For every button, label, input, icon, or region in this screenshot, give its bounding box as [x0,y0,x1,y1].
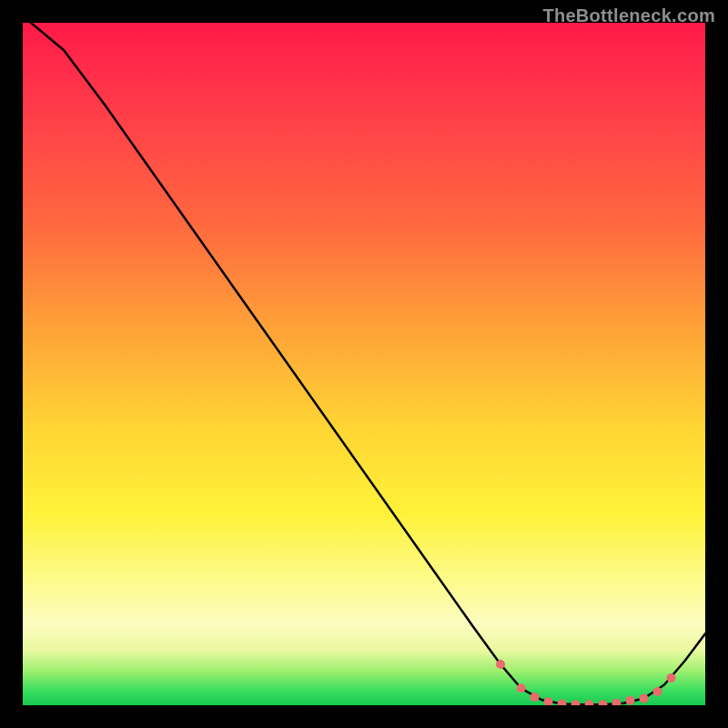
curve-marker [571,700,581,705]
curve-marker [667,673,676,682]
curve-marker [585,700,594,705]
curve-marker [558,700,567,706]
chart-frame: TheBottleneck.com [0,0,728,728]
curve-marker [531,693,540,702]
curve-marker [612,699,622,705]
curve-marker [640,694,649,703]
curve-marker [653,687,662,696]
bottleneck-curve [23,23,705,704]
curve-marker [517,683,526,693]
curve-svg [23,23,705,705]
curve-marker [544,697,553,705]
curve-markers [496,660,676,705]
watermark-text: TheBottleneck.com [542,5,715,26]
curve-marker [599,700,608,705]
plot-area [23,23,705,705]
curve-marker [626,696,635,705]
curve-marker [496,660,505,669]
